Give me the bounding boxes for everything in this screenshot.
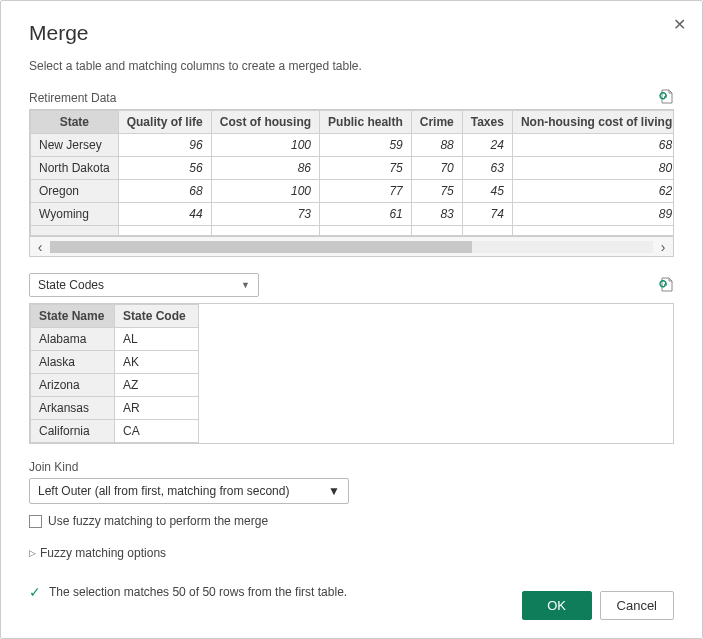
status-text: The selection matches 50 of 50 rows from…: [49, 585, 347, 599]
chevron-right-icon: ▷: [29, 548, 36, 558]
refresh-icon[interactable]: [658, 277, 674, 293]
chevron-down-icon: ▼: [328, 484, 340, 498]
col-taxes[interactable]: Taxes: [462, 111, 512, 134]
check-icon: ✓: [29, 584, 41, 600]
fuzzy-checkbox-row[interactable]: Use fuzzy matching to perform the merge: [29, 514, 674, 528]
fuzzy-checkbox[interactable]: [29, 515, 42, 528]
table1-header-row: State Quality of life Cost of housing Pu…: [31, 111, 675, 134]
table1-hscrollbar[interactable]: ‹ ›: [29, 237, 674, 257]
table1[interactable]: State Quality of life Cost of housing Pu…: [30, 110, 674, 236]
col-quality[interactable]: Quality of life: [118, 111, 211, 134]
dialog-footer: OK Cancel: [522, 591, 674, 620]
col-housing[interactable]: Cost of housing: [211, 111, 319, 134]
dialog-title: Merge: [29, 21, 674, 45]
cancel-button[interactable]: Cancel: [600, 591, 674, 620]
table2-container: State Name State Code Alabama AL Alaska …: [29, 303, 674, 444]
col-crime[interactable]: Crime: [411, 111, 462, 134]
scroll-right-icon[interactable]: ›: [653, 239, 673, 255]
table-row-cutoff: [31, 226, 675, 236]
table-row[interactable]: Wyoming 44 73 61 83 74 89: [31, 203, 675, 226]
table-row[interactable]: Oregon 68 100 77 75 45 62: [31, 180, 675, 203]
table-row[interactable]: Alabama AL: [31, 328, 199, 351]
table2-dropdown-label: State Codes: [38, 278, 104, 292]
fuzzy-options-label: Fuzzy matching options: [40, 546, 166, 560]
fuzzy-checkbox-label: Use fuzzy matching to perform the merge: [48, 514, 268, 528]
merge-dialog: ✕ Merge Select a table and matching colu…: [0, 0, 703, 639]
col-state[interactable]: State: [31, 111, 119, 134]
close-icon[interactable]: ✕: [673, 15, 686, 34]
join-kind-selected: Left Outer (all from first, matching fro…: [38, 484, 289, 498]
table-row[interactable]: North Dakota 56 86 75 70 63 80: [31, 157, 675, 180]
table-row[interactable]: Arizona AZ: [31, 374, 199, 397]
ok-button[interactable]: OK: [522, 591, 592, 620]
fuzzy-options-expander[interactable]: ▷ Fuzzy matching options: [29, 546, 674, 560]
table-row[interactable]: California CA: [31, 420, 199, 443]
col-nonhousing[interactable]: Non-housing cost of living: [512, 111, 674, 134]
scroll-left-icon[interactable]: ‹: [30, 239, 50, 255]
chevron-down-icon: ▼: [241, 280, 250, 290]
table2[interactable]: State Name State Code Alabama AL Alaska …: [30, 304, 199, 443]
table-row[interactable]: Arkansas AR: [31, 397, 199, 420]
scroll-track[interactable]: [50, 241, 653, 253]
col-health[interactable]: Public health: [320, 111, 412, 134]
scroll-thumb[interactable]: [50, 241, 472, 253]
table1-container: State Quality of life Cost of housing Pu…: [29, 109, 674, 237]
join-kind-dropdown[interactable]: Left Outer (all from first, matching fro…: [29, 478, 349, 504]
table2-header-row: State Name State Code: [31, 305, 199, 328]
col-state-name[interactable]: State Name: [31, 305, 115, 328]
table2-select-dropdown[interactable]: State Codes ▼: [29, 273, 259, 297]
col-state-code[interactable]: State Code: [115, 305, 199, 328]
refresh-icon[interactable]: [658, 89, 674, 105]
table-row[interactable]: Alaska AK: [31, 351, 199, 374]
dialog-subtitle: Select a table and matching columns to c…: [29, 59, 674, 73]
table1-label: Retirement Data: [29, 91, 116, 105]
join-kind-label: Join Kind: [29, 460, 674, 474]
table-row[interactable]: New Jersey 96 100 59 88 24 68: [31, 134, 675, 157]
